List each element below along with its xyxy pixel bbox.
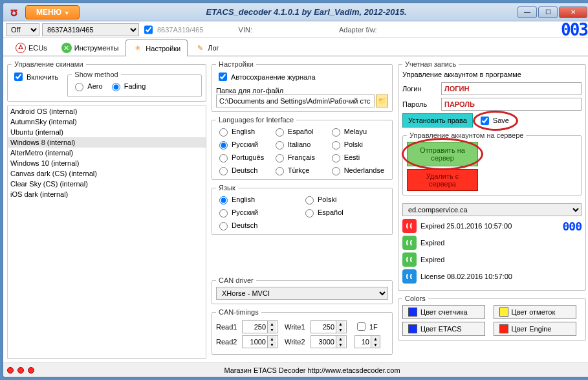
lang-radio[interactable]: Melayu [329,126,384,137]
status-led-2 [17,367,24,374]
license-row: Expired [402,236,582,250]
read2-spinner[interactable]: ▲▼ [242,335,278,348]
model-check[interactable] [144,23,153,36]
minimize-button[interactable]: — [517,6,537,18]
tab-log[interactable]: ✎Лог [188,39,226,56]
folder-icon: 📁 [378,97,387,106]
tab-settings[interactable]: ☀Настройки [125,39,188,56]
server-select[interactable]: ed.compservice.ca [402,203,582,216]
color-etacs-button[interactable]: Цвет ETACS [402,322,485,336]
window-title: ETACS_decoder 4.1.0.1 by Earl_Vadim, 201… [95,7,517,17]
show-aero-radio[interactable]: Aero [72,81,102,91]
autosave-cb[interactable]: Автосохранение журнала [216,71,316,83]
status-led-3 [28,367,34,374]
menu-button[interactable]: МЕНЮ [25,5,80,19]
license-row: Expired 25.01.2016 10:57:00000 [402,219,582,233]
lang-radio[interactable]: Русский [216,139,268,150]
list-item[interactable]: AutumnSky (internal) [8,117,206,127]
browse-folder-button[interactable]: 📁 [376,95,388,107]
service-icon [402,236,417,250]
status-text: Магазин ETACS Decoder http://www.etacsde… [38,366,586,374]
close-button[interactable]: ✕ [559,6,587,18]
login-input[interactable] [441,82,582,95]
write1-spinner[interactable]: ▲▼ [310,320,347,333]
skins-group: Управление скинами Включить Show method … [7,60,206,102]
license-row: License 08.02.2016 10:57:00 [402,269,582,284]
color-counter-button[interactable]: Цвет счетчика [402,305,485,319]
log-folder-label: Папка для лог-файл [216,87,388,95]
lang-radio[interactable]: Français [272,152,325,162]
gear-icon: ☀ [133,43,143,54]
color-engine-button[interactable]: Цвет Engine [494,322,576,336]
list-item[interactable]: Clear Sky (CS) (internal) [8,179,206,189]
app-logo-icon: ʊ [6,5,21,20]
read1-spinner[interactable]: ▲▼ [242,320,278,333]
lang-radio[interactable]: Polski [302,194,384,205]
top-toolbar: Off 8637A319/465 8637A319/465 VIN: Adapt… [3,21,588,38]
model-label-gray: 8637A319/465 [157,26,204,34]
list-item[interactable]: AlterMetro (internal) [8,148,206,158]
lang-radio[interactable]: Türkçe [272,165,325,175]
main-body: Управление скинами Включить Show method … [3,56,588,363]
list-item[interactable]: Canvas dark (CS) (internal) [8,168,206,179]
save-circled: Save [478,115,513,127]
list-item[interactable]: Ubuntu (internal) [8,127,206,137]
tab-ecus[interactable]: ECUs [8,39,54,56]
mitsubishi-icon [16,43,26,53]
status-bar: Магазин ETACS Decoder http://www.etacsde… [3,363,588,377]
skins-list[interactable]: Android OS (internal)AutumnSky (internal… [7,106,206,359]
set-rights-button[interactable]: Установить права [402,113,473,128]
model-select[interactable]: 8637A319/465 [42,23,139,36]
license-row: Expired [402,252,582,267]
lang-radio[interactable]: Deutsch [216,220,298,230]
lang-radio[interactable]: Italiano [272,139,325,150]
lang-radio[interactable]: Español [302,207,384,218]
lang-radio[interactable] [302,220,384,230]
lang-radio[interactable]: English [216,194,298,205]
lang-radio[interactable]: English [216,126,268,137]
counter2: 000 [562,219,582,233]
password-input[interactable] [441,98,582,111]
skins-enable-cb[interactable]: Включить [12,71,58,83]
list-item[interactable]: Android OS (internal) [8,106,206,117]
send-server-button[interactable]: Отправить на сервер [407,142,478,166]
list-item[interactable]: iOS dark (internal) [8,189,206,199]
account-mgmt-label: Управление аккаунтом в программе [402,71,582,78]
color-marks-button[interactable]: Цвет отметок [494,305,576,319]
app-window: ʊ МЕНЮ ETACS_decoder 4.1.0.1 by Earl_Vad… [3,3,588,377]
service-icon [402,219,417,233]
skins-legend: Управление скинами [12,60,86,68]
lang-radio[interactable]: Deutsch [216,165,268,175]
list-item[interactable]: Windows 8 (internal) [8,137,206,148]
lang-radio[interactable]: Português [216,152,268,162]
onef-cb[interactable]: 1F [354,320,378,333]
lang-radio[interactable]: Nederlandse [329,165,384,175]
show-fading-radio[interactable]: Fading [109,81,146,91]
counter-display: 003 [549,20,587,39]
can-driver-select[interactable]: XHorse - MVCI [216,287,388,300]
title-bar: ʊ МЕНЮ ETACS_decoder 4.1.0.1 by Earl_Vad… [3,3,588,21]
lang-interface-group: Languages for Interface EnglishEspañolMe… [212,116,393,180]
off-select[interactable]: Off [6,23,39,36]
can-driver-group: CAN driver XHorse - MVCI [212,276,393,304]
tab-tools[interactable]: ✕Инструменты [54,39,126,56]
lang-radio[interactable]: Polski [329,139,384,150]
list-item[interactable]: Windows 10 (internal) [8,158,206,168]
account-group: Учетная запись Управление аккаунтом в пр… [398,60,586,291]
log-icon: ✎ [195,43,205,53]
delete-server-button[interactable]: Удалить с сервера [407,169,478,191]
save-cb[interactable]: Save [478,115,509,127]
maximize-button[interactable]: ☐ [538,6,558,18]
can-timings-group: CAN-timings Read1▲▼Write1▲▼ Read2▲▼Write… [212,308,393,355]
lang-radio[interactable]: Eesti [329,152,384,162]
lang-radio[interactable]: Español [272,126,325,137]
status-led-1 [7,367,14,374]
lang-group: Язык EnglishPolskiРусскийEspañolDeutsch [212,184,393,235]
lang-radio[interactable]: Русский [216,207,298,218]
service-icon [402,269,417,284]
log-folder-input[interactable] [216,95,375,107]
write2-spinner[interactable]: ▲▼ [310,335,347,348]
ten-spinner[interactable]: ▲▼ [354,335,380,348]
settings-group: Настройки Автосохранение журнала Папка д… [212,60,393,112]
service-icon [402,252,417,267]
